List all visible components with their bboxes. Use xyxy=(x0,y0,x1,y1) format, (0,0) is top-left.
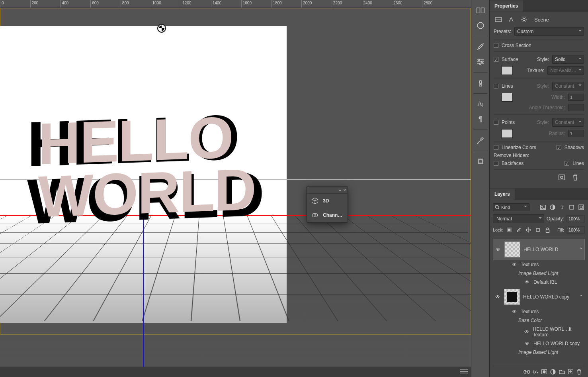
chevron-up-icon[interactable]: ⌃ xyxy=(579,294,583,300)
filter-adjust-icon[interactable] xyxy=(549,204,556,211)
filter-kind-select[interactable]: Kind xyxy=(493,203,529,211)
remove-hidden-label: Remove Hidden: xyxy=(494,153,529,158)
render-icon[interactable] xyxy=(557,173,567,182)
adjustment-icon[interactable] xyxy=(550,369,556,375)
ruler-tick: 600 xyxy=(90,0,99,8)
float-panel[interactable]: » × 3D Chann… xyxy=(307,186,348,223)
float-item-3d[interactable]: 3D xyxy=(307,194,348,208)
texture-item[interactable]: HELLO WORL…lt Texture xyxy=(533,326,583,338)
light-view-icon[interactable] xyxy=(519,15,529,24)
points-label: Points xyxy=(502,120,515,125)
backfaces-checkbox[interactable] xyxy=(494,161,498,166)
compass-icon[interactable] xyxy=(474,19,487,32)
tools-icon[interactable] xyxy=(474,134,487,147)
lock-brush-icon[interactable] xyxy=(515,226,522,234)
visibility-icon[interactable]: 👁 xyxy=(494,294,501,300)
visibility-icon[interactable]: 👁 xyxy=(524,279,530,285)
text-3d-front: HELLO WORLD xyxy=(38,114,256,220)
filter-smart-icon[interactable] xyxy=(578,204,585,211)
filter-shape-icon[interactable] xyxy=(568,204,575,211)
mask-icon[interactable] xyxy=(541,369,547,374)
visibility-icon[interactable]: 👁 xyxy=(511,309,518,314)
layer-thumbnail[interactable] xyxy=(504,289,520,305)
status-menu-icon[interactable] xyxy=(460,369,468,375)
ruler-tick: 400 xyxy=(60,0,68,8)
visibility-icon[interactable]: 👁 xyxy=(495,247,501,252)
svg-rect-2 xyxy=(477,8,480,13)
points-color-swatch[interactable] xyxy=(502,129,513,138)
trash-icon[interactable] xyxy=(576,369,582,375)
fill-input[interactable] xyxy=(567,226,585,234)
shadows-checkbox[interactable] xyxy=(557,145,561,150)
lock-move-icon[interactable] xyxy=(525,226,532,234)
tab-layers[interactable]: Layers xyxy=(490,188,515,200)
light-widget-icon[interactable] xyxy=(157,24,166,33)
visibility-icon[interactable]: 👁 xyxy=(511,262,518,267)
svg-rect-9 xyxy=(479,160,482,163)
cube-icon xyxy=(311,197,319,205)
collapse-icon[interactable]: » xyxy=(338,188,341,192)
ruler-tick: 2600 xyxy=(392,0,402,8)
ruler-tick: 0 xyxy=(0,0,4,8)
fx-icon[interactable]: fx▾ xyxy=(533,369,538,375)
lock-all-icon[interactable] xyxy=(544,226,551,234)
properties-body: Scene Presets: Custom Cross Section Surf… xyxy=(490,12,588,188)
textures-label[interactable]: Textures xyxy=(521,262,539,267)
canvas-body[interactable]: HELLO WORLD HELLO WORLD » × 3D xyxy=(0,8,471,367)
stamp-icon[interactable] xyxy=(474,77,487,89)
sliders-icon[interactable] xyxy=(474,55,487,68)
cross-section-checkbox[interactable] xyxy=(494,43,498,48)
visibility-icon[interactable]: 👁 xyxy=(524,329,530,335)
ruler-tick: 1600 xyxy=(241,0,252,8)
status-bar xyxy=(0,367,471,377)
paragraph-icon[interactable]: ¶ xyxy=(474,113,487,126)
ibl-label: Image Based Light xyxy=(518,271,558,276)
character-icon[interactable]: A| xyxy=(474,98,487,110)
circle-icon xyxy=(311,211,319,219)
layer-thumbnail[interactable] xyxy=(504,242,520,257)
lines-width-input xyxy=(568,94,584,101)
lines-checkbox[interactable] xyxy=(494,84,498,88)
float-item-channels[interactable]: Chann… xyxy=(307,208,348,222)
artboard-icon[interactable] xyxy=(474,155,487,168)
lock-artboard-icon[interactable] xyxy=(534,226,541,234)
chevron-up-icon[interactable]: ⌃ xyxy=(579,247,583,252)
svg-point-5 xyxy=(478,59,480,61)
ruler-tick: 2000 xyxy=(301,0,312,8)
lines-color-swatch[interactable] xyxy=(502,93,513,102)
canvas-region: 0200400600800100012001400160018002000220… xyxy=(0,0,471,377)
default-ibl-item[interactable]: Default IBL xyxy=(533,279,557,285)
filter-image-icon[interactable] xyxy=(539,204,547,211)
svg-rect-19 xyxy=(579,205,584,210)
panel-toggle-icon[interactable] xyxy=(474,4,487,17)
textures-label[interactable]: Textures xyxy=(521,309,539,314)
filter-type-icon[interactable]: T xyxy=(559,204,566,211)
layer-row[interactable]: 👁 HELLO WORLD copy ⌃ xyxy=(493,287,585,307)
tab-properties[interactable]: Properties xyxy=(490,0,523,12)
layer-row[interactable]: 👁 HELLO WORLD ⌃ xyxy=(493,239,585,260)
folder-icon[interactable] xyxy=(559,369,565,374)
fill-label: Fill: xyxy=(557,228,564,232)
surface-style-select[interactable]: Solid xyxy=(552,55,584,64)
close-icon[interactable]: × xyxy=(344,188,346,192)
mesh-view-icon[interactable] xyxy=(506,15,516,24)
lock-pixels-icon[interactable] xyxy=(506,226,513,234)
points-checkbox[interactable] xyxy=(494,120,498,125)
scene-view-icon[interactable] xyxy=(494,15,503,24)
presets-select[interactable]: Custom xyxy=(514,27,584,36)
ground-fade xyxy=(0,215,471,367)
lines-hidden-checkbox[interactable] xyxy=(565,161,569,166)
trash-icon[interactable] xyxy=(570,173,580,182)
new-layer-icon[interactable] xyxy=(568,369,573,374)
link-icon[interactable] xyxy=(524,370,530,374)
surface-checkbox[interactable] xyxy=(494,57,498,62)
layer-list: 👁 HELLO WORLD ⌃ 👁Textures Image Based Li… xyxy=(493,237,585,363)
linearize-colors-checkbox[interactable] xyxy=(494,145,498,150)
blend-mode-select[interactable]: Normal xyxy=(493,214,544,223)
texture-item[interactable]: HELLO WORLD copy xyxy=(533,341,580,346)
float-panel-header[interactable]: » × xyxy=(307,187,348,194)
brush-icon[interactable] xyxy=(474,40,487,53)
opacity-input[interactable] xyxy=(567,215,585,222)
visibility-icon[interactable]: 👁 xyxy=(524,341,530,346)
surface-color-swatch[interactable] xyxy=(502,66,513,75)
